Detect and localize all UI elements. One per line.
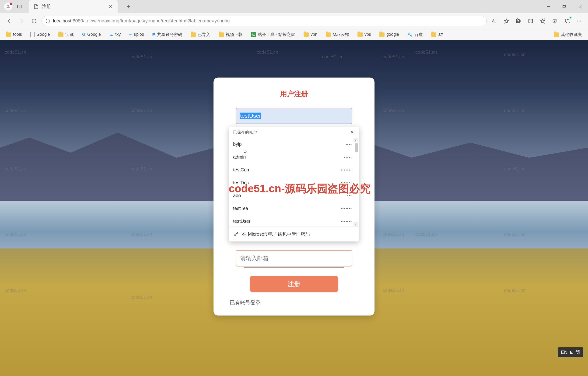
folder-icon [219,33,224,37]
bookmark-item[interactable]: 宝藏 [57,31,75,38]
login-link[interactable]: 已有账号登录 [228,300,261,306]
browser-essentials-icon[interactable] [562,16,572,26]
autofill-item[interactable]: admin••••• [229,151,359,164]
split-screen-icon[interactable] [525,16,536,26]
bookmark-item[interactable]: aff [430,31,444,38]
ime-lang: EN [561,350,567,355]
page-icon [30,32,34,37]
folder-icon [6,33,11,37]
ime-indicator[interactable]: EN 简 [558,347,583,357]
bookmark-label: 视频下载 [226,32,242,37]
collections-icon[interactable] [550,16,560,26]
autofill-manage-link[interactable]: 在 Microsoft 电子钱包中管理密码 [229,227,359,242]
autofill-header-label: 已保存的帐户 [233,130,257,135]
bookmark-item[interactable]: 其他收藏夹 [553,31,583,38]
autofill-scroll-down[interactable]: ▾ [354,222,358,227]
autofill-item[interactable]: testTea••••••• [229,202,359,215]
bookmark-label: Max云梯 [333,32,349,37]
google-icon: G [82,32,85,37]
autofill-item[interactable]: testUser••••••• [229,215,359,228]
autofill-scroll-thumb[interactable] [355,144,358,152]
folder-icon [357,33,363,37]
bookmark-label: 宝藏 [65,32,74,37]
close-window-button[interactable] [572,0,588,13]
bookmark-item[interactable]: vps [356,31,372,38]
tab-title: 注册 [42,3,105,10]
autofill-password-mask: ••••••• [341,168,352,172]
autofill-header: 已保存的帐户 [229,127,359,138]
read-aloud-icon[interactable]: A)) [489,16,499,26]
autofill-item[interactable]: abo••• [229,189,359,202]
forward-button[interactable] [16,16,27,26]
extensions-icon[interactable] [513,16,524,26]
bookmarks-bar: toolsGoogle宝藏GGoogle☁txy∞uplod⎘共享账号密码已导入… [0,29,588,40]
autofill-password-mask: ••••••• [341,181,352,185]
svg-point-22 [579,21,580,22]
bookmark-item[interactable]: Max云梯 [324,31,350,38]
folder-icon [431,33,436,37]
address-bar: localhost:8080/fufeiwendaxitong/front/pa… [0,13,588,29]
autofill-item[interactable]: byip•••• [229,138,359,151]
autofill-password-mask: ••••• [344,155,352,159]
bookmark-item[interactable]: 视频下载 [217,31,244,38]
svg-rect-6 [563,6,565,8]
autofill-scroll-up[interactable]: ▴ [354,138,358,143]
folder-icon [326,33,331,37]
autofill-username: testDoc [233,180,249,185]
register-title: 用户注册 [228,89,360,99]
autofill-password-mask: ••••••• [341,220,352,223]
bookmark-item[interactable]: ⎘共享账号密码 [151,31,184,38]
bookmark-label: tools [13,32,22,37]
bookmark-item[interactable]: google [378,31,400,38]
username-input[interactable]: testUser [236,108,352,124]
autofill-username: testUser [233,219,250,224]
maximize-button[interactable] [556,0,572,13]
folder-icon [554,33,559,37]
bookmark-label: txy [115,32,121,37]
folder-icon [191,33,196,37]
autofill-password-mask: ••••••• [341,207,352,210]
autofill-close-button[interactable] [349,129,355,135]
uplod-icon: ∞ [129,32,132,37]
favorites-icon[interactable] [538,16,548,26]
autofill-username: admin [233,154,246,160]
bookmark-item[interactable]: 🐾百度 [406,31,424,38]
svg-rect-14 [531,19,533,23]
tab-close-button[interactable] [108,4,113,9]
autofill-list: ▴ ▾ byip••••admin•••••testCom•••••••test… [229,138,359,227]
more-icon[interactable] [574,16,584,26]
register-submit-button[interactable]: 注册 [250,276,338,292]
window-controls [540,0,588,13]
autofill-item[interactable]: testDoc••••••• [229,176,359,189]
bookmark-item[interactable]: GGoogle [81,31,102,38]
autofill-item[interactable]: testCom••••••• [229,164,359,176]
bookmark-item[interactable]: vpn [302,31,319,38]
autofill-password-mask: ••• [347,194,352,198]
svg-point-23 [580,21,581,22]
bookmark-item[interactable]: ∞uplod [128,31,146,38]
bookmark-label: aff [438,32,443,37]
bookmark-item[interactable]: tools [5,31,23,38]
bookmark-item[interactable]: Google [29,31,51,38]
back-button[interactable] [4,16,14,26]
refresh-button[interactable] [29,16,39,26]
minimize-button[interactable] [540,0,556,13]
folder-icon [304,33,309,37]
bookmark-item[interactable]: ☁txy [108,31,122,38]
svg-rect-1 [18,5,19,8]
autofill-username: abo [233,193,241,198]
favorite-star-icon[interactable] [501,16,512,26]
bookmark-item[interactable]: 已导入 [189,31,212,38]
bookmark-label: Google [36,32,50,37]
profile-icon[interactable] [4,3,12,11]
new-tab-button[interactable]: + [124,2,133,11]
autofill-username: testCom [233,167,250,173]
bookmark-item[interactable]: 站站长工具 - 站长之家 [249,31,297,38]
tab-actions-icon[interactable] [16,3,23,10]
ime-mode: 简 [575,349,580,355]
url-box[interactable]: localhost:8080/fufeiwendaxitong/front/pa… [42,16,487,26]
bookmark-label: Google [87,32,101,37]
browser-tab[interactable]: 注册 [29,0,118,13]
email-input[interactable] [236,250,352,266]
site-info-icon[interactable] [45,19,50,23]
